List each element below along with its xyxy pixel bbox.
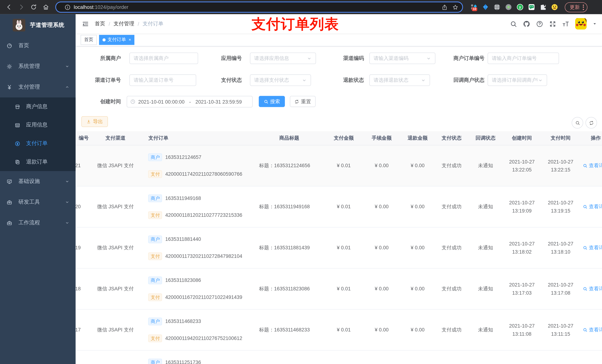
sidebar-item-6[interactable]: 退款订单 <box>0 153 76 171</box>
goods-title-cell: 标题：1635311881439 <box>254 227 325 268</box>
breadcrumb-item-0[interactable]: 首页 <box>95 20 105 27</box>
created-time-cell: 2021-10-2713:22:05 <box>503 145 541 186</box>
extension-emoji-icon[interactable] <box>551 4 558 10</box>
extension-badge: 10 <box>472 7 477 11</box>
filter-select[interactable]: 请选择退款状态 <box>369 74 430 86</box>
sidebar-item-3[interactable]: 商户信息 <box>0 97 76 116</box>
notify-status-cell <box>469 350 502 364</box>
view-detail-link[interactable]: 查看详情 <box>583 285 602 292</box>
extension-yudao-icon[interactable]: y <box>517 4 523 10</box>
pay-order-line: 支付4200001194202110276752100612 <box>149 334 254 342</box>
reset-button[interactable]: 重置 <box>290 96 316 107</box>
pay-amount-cell: ¥ 0.01 <box>325 227 363 268</box>
fullscreen-icon[interactable] <box>549 20 556 27</box>
refund-icon <box>15 159 20 165</box>
browser-forward-button[interactable] <box>16 2 26 12</box>
extension-kite-icon[interactable] <box>482 4 489 10</box>
url-host: localhost <box>74 4 93 10</box>
extension-blocks-icon[interactable]: 10 <box>471 4 477 10</box>
filter-label: 渠道订单号 <box>81 74 121 86</box>
sidebar-collapse-icon[interactable] <box>79 17 92 30</box>
github-icon[interactable] <box>523 20 530 27</box>
chevron-down-icon <box>65 200 70 205</box>
chevron-down-icon <box>65 179 70 184</box>
created-time-cell: 2021-10-2713:11:08 <box>503 309 541 350</box>
filter-select[interactable]: 请输入渠道编码 <box>369 52 435 64</box>
search-button[interactable]: 搜索 <box>259 96 285 107</box>
font-size-icon[interactable] <box>562 20 569 27</box>
sidebar-item-8[interactable]: 研发工具 <box>0 192 76 213</box>
sidebar-item-1[interactable]: 系统管理 <box>0 56 76 77</box>
share-icon[interactable] <box>441 4 448 10</box>
order-id-cell <box>76 350 92 364</box>
order-numbers-cell: 商户1635311881440支付42000011732021102728479… <box>139 227 254 268</box>
search-icon[interactable] <box>510 20 517 27</box>
url-bar[interactable]: localhost :1024/pay/order <box>55 1 463 13</box>
filter-select[interactable]: 请选择订单回调商户状态 <box>488 74 547 86</box>
tab-首页[interactable]: 首页 <box>81 35 97 45</box>
view-detail-link[interactable]: 查看详情 <box>583 326 602 333</box>
bookmark-star-icon[interactable] <box>452 4 458 10</box>
chevron-down-icon <box>421 78 426 83</box>
pay-amount-cell: ¥ 0.01 <box>325 145 363 186</box>
view-detail-link[interactable]: 查看详情 <box>583 203 602 210</box>
created-date: 2021-10-27 <box>503 322 541 330</box>
sidebar-item-9[interactable]: 工作流程 <box>0 213 76 233</box>
filter-input[interactable]: 请输入渠道订单号 <box>129 74 196 86</box>
chevron-down-icon <box>65 64 70 69</box>
tab-支付订单[interactable]: 支付订单× <box>99 35 135 45</box>
refund-amount-cell: ¥ 0.00 <box>401 186 434 227</box>
export-button[interactable]: 导出 <box>81 116 108 127</box>
placeholder-text: 请选择应用信息 <box>254 55 307 62</box>
extensions-puzzle-icon[interactable] <box>540 4 546 10</box>
avatar-caret-icon[interactable] <box>592 21 597 26</box>
view-detail-label: 查看详情 <box>589 326 602 333</box>
active-tag-dot <box>103 38 106 41</box>
created-time-cell: 2021-10-2713:17:03 <box>503 268 541 309</box>
site-info-icon[interactable] <box>64 4 71 10</box>
browser-back-button[interactable] <box>4 2 14 12</box>
goods-title-cell: 标题：1635311468233 <box>254 309 325 350</box>
help-icon[interactable] <box>536 20 543 27</box>
pay-status-cell <box>435 350 469 364</box>
sidebar-item-7[interactable]: 基础设施 <box>0 171 76 192</box>
paid-time: 13:19:15 <box>541 207 580 215</box>
app-logo[interactable]: 芋道管理系统 <box>0 14 76 36</box>
browser-update-button[interactable]: 更新 <box>565 2 587 12</box>
view-detail-link[interactable]: 查看详情 <box>583 244 602 251</box>
toggle-search-button[interactable] <box>572 117 583 129</box>
close-icon[interactable]: × <box>129 38 131 42</box>
yen-icon <box>7 84 12 90</box>
avatar[interactable] <box>575 18 587 29</box>
merchant-order-no: 1635311881440 <box>165 236 201 242</box>
extension-dot-circle-icon[interactable] <box>505 4 512 10</box>
view-detail-link[interactable]: 查看详情 <box>583 162 602 169</box>
goods-title-cell <box>254 350 325 364</box>
filter-select[interactable]: 请选择应用信息 <box>250 52 316 64</box>
table-row: 20微信 JSAPI 支付商户1635311949168支付4200001181… <box>76 186 602 227</box>
sidebar-item-4[interactable]: 应用信息 <box>0 116 76 134</box>
filter-select[interactable]: 请选择支付状态 <box>250 74 311 86</box>
toolbox-icon <box>7 199 12 205</box>
browser-reload-button[interactable] <box>28 2 38 12</box>
breadcrumb-separator: / <box>138 21 139 27</box>
create-time-range-picker[interactable]: 2021-10-01 00:00:00-2021-10-31 23:59:59 <box>127 96 252 107</box>
extension-chat-icon[interactable] <box>528 4 535 10</box>
sidebar-item-2[interactable]: 支付管理 <box>0 77 76 97</box>
refresh-table-button[interactable] <box>586 117 597 129</box>
order-id-cell: 17 <box>76 309 92 350</box>
filter-label: 商户订单编号 <box>443 52 484 64</box>
filter-label: 应用编号 <box>215 52 242 64</box>
browser-menu-icon[interactable] <box>583 4 584 10</box>
chevron-down-icon <box>426 56 431 61</box>
refund-amount-cell: ¥ 0.00 <box>401 227 434 268</box>
extension-command-icon[interactable] <box>494 4 500 10</box>
breadcrumb-item-1[interactable]: 支付管理 <box>113 20 134 27</box>
sidebar-item-5[interactable]: 支付订单 <box>0 134 76 153</box>
sidebar-item-0[interactable]: 首页 <box>0 35 76 56</box>
filter-input[interactable]: 请输入商户订单编号 <box>488 52 559 64</box>
browser-home-button[interactable] <box>41 2 51 12</box>
pay-tag: 支付 <box>149 211 162 219</box>
filter-input[interactable]: 请选择所属商户 <box>129 52 198 64</box>
placeholder-text: 请选择支付状态 <box>254 77 302 83</box>
